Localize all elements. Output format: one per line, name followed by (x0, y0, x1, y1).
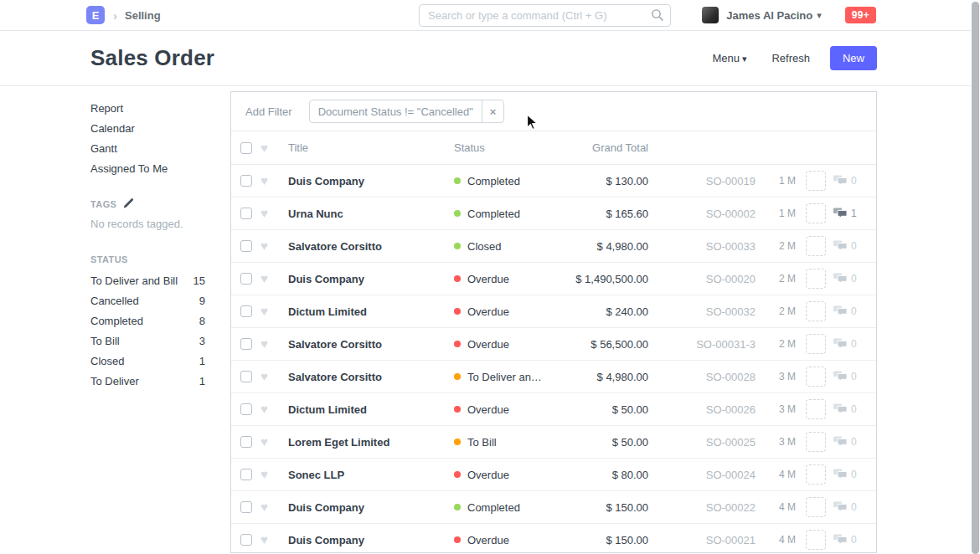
row-document-id[interactable]: SO-00031-3 (648, 338, 756, 351)
table-row[interactable]: ♥ Dictum Limited Overdue $ 50.00 SO-0002… (231, 393, 876, 426)
assign-placeholder[interactable] (806, 464, 826, 485)
row-checkbox[interactable] (240, 175, 252, 187)
new-button[interactable]: New (830, 46, 877, 70)
row-document-id[interactable]: SO-00026 (648, 403, 756, 416)
status-filter-item[interactable]: To Bill 3 (90, 331, 205, 351)
refresh-button[interactable]: Refresh (771, 52, 810, 64)
row-checkbox[interactable] (240, 469, 252, 480)
table-row[interactable]: ♥ Duis Company Overdue $ 150.00 SO-00021… (231, 524, 876, 553)
user-avatar[interactable] (702, 7, 719, 23)
search-input[interactable] (419, 4, 671, 27)
status-filter-item[interactable]: To Deliver and Bill 15 (90, 271, 205, 291)
row-checkbox[interactable] (240, 305, 252, 317)
assign-placeholder[interactable] (806, 399, 826, 419)
heart-icon[interactable]: ♥ (260, 273, 272, 285)
heart-icon[interactable]: ♥ (260, 175, 272, 187)
row-title[interactable]: Dictum Limited (288, 305, 454, 318)
edit-tags-icon[interactable] (123, 197, 134, 210)
row-document-id[interactable]: SO-00028 (648, 371, 756, 383)
table-row[interactable]: ♥ Salvatore Corsitto Closed $ 4,980.00 S… (231, 230, 876, 263)
row-title[interactable]: Duis Company (288, 273, 454, 285)
table-row[interactable]: ♥ Urna Nunc Completed $ 165.60 SO-00002 … (231, 197, 876, 230)
status-filter-item[interactable]: Closed 1 (90, 351, 205, 372)
sidebar-view-link[interactable]: Gantt (90, 139, 205, 159)
table-row[interactable]: ♥ Salvatore Corsitto Overdue $ 56,500.00… (231, 328, 876, 361)
assign-placeholder[interactable] (806, 497, 826, 517)
row-title[interactable]: Duis Company (288, 501, 454, 514)
sidebar-view-link[interactable]: Assigned To Me (90, 159, 205, 179)
row-title[interactable]: Duis Company (288, 534, 454, 546)
heart-icon[interactable]: ♥ (260, 240, 272, 252)
status-filter-item[interactable]: Cancelled 9 (90, 291, 205, 311)
row-title[interactable]: Salvatore Corsitto (288, 338, 454, 351)
row-checkbox[interactable] (240, 208, 252, 219)
assign-placeholder[interactable] (806, 171, 826, 191)
table-row[interactable]: ♥ Dictum Limited Overdue $ 240.00 SO-000… (231, 295, 876, 328)
heart-icon[interactable]: ♥ (260, 208, 272, 219)
row-document-id[interactable]: SO-00022 (648, 501, 756, 514)
notification-badge[interactable]: 99+ (845, 7, 876, 23)
row-checkbox[interactable] (240, 501, 252, 513)
assign-placeholder[interactable] (806, 203, 826, 223)
row-title[interactable]: Sonec LLP (288, 469, 454, 481)
assign-placeholder[interactable] (806, 367, 826, 387)
filter-chip-label[interactable]: Document Status != "Cancelled" (310, 105, 482, 118)
row-document-id[interactable]: SO-00024 (648, 469, 756, 481)
row-title[interactable]: Urna Nunc (288, 208, 454, 220)
row-checkbox[interactable] (240, 403, 252, 415)
table-row[interactable]: ♥ Duis Company Completed $ 150.00 SO-000… (231, 491, 876, 524)
row-title[interactable]: Lorem Eget Limited (288, 436, 454, 449)
status-filter-item[interactable]: To Deliver 1 (90, 372, 205, 392)
row-document-id[interactable]: SO-00002 (648, 208, 756, 220)
heart-icon[interactable]: ♥ (260, 142, 272, 154)
table-row[interactable]: ♥ Salvatore Corsitto To Deliver an… $ 4,… (231, 361, 876, 393)
row-document-id[interactable]: SO-00033 (648, 240, 756, 253)
assign-placeholder[interactable] (806, 236, 826, 256)
table-row[interactable]: ♥ Sonec LLP Overdue $ 80.00 SO-00024 4 M… (231, 459, 876, 491)
heart-icon[interactable]: ♥ (260, 469, 272, 480)
row-document-id[interactable]: SO-00032 (648, 305, 756, 318)
heart-icon[interactable]: ♥ (260, 371, 272, 382)
row-title[interactable]: Salvatore Corsitto (288, 240, 454, 253)
sidebar-view-link[interactable]: Report (90, 99, 205, 119)
assign-placeholder[interactable] (806, 334, 826, 354)
row-checkbox[interactable] (240, 534, 252, 546)
table-row[interactable]: ♥ Duis Company Completed $ 130.00 SO-000… (231, 165, 876, 197)
heart-icon[interactable]: ♥ (260, 305, 272, 317)
row-document-id[interactable]: SO-00019 (648, 175, 756, 187)
menu-button[interactable]: Menu▾ (712, 52, 746, 64)
row-checkbox[interactable] (240, 240, 252, 252)
row-checkbox[interactable] (240, 338, 252, 350)
add-filter-button[interactable]: Add Filter (245, 105, 292, 118)
row-document-id[interactable]: SO-00025 (648, 436, 756, 449)
row-checkbox[interactable] (240, 371, 252, 382)
active-filter-chip[interactable]: Document Status != "Cancelled" × (309, 100, 505, 123)
page-scrollbar[interactable] (971, 0, 980, 554)
row-checkbox[interactable] (240, 273, 252, 285)
user-menu[interactable]: James Al Pacino ▾ 99+ (702, 0, 876, 30)
row-checkbox[interactable] (240, 436, 252, 448)
assign-placeholder[interactable] (806, 530, 826, 550)
row-document-id[interactable]: SO-00020 (648, 273, 756, 285)
row-title[interactable]: Duis Company (288, 175, 454, 187)
row-title[interactable]: Dictum Limited (288, 403, 454, 416)
table-row[interactable]: ♥ Duis Company Overdue $ 1,490,500.00 SO… (231, 263, 876, 295)
sidebar-view-link[interactable]: Calendar (90, 119, 205, 139)
assign-placeholder[interactable] (806, 269, 826, 289)
table-row[interactable]: ♥ Lorem Eget Limited To Bill $ 50.00 SO-… (231, 426, 876, 459)
heart-icon[interactable]: ♥ (260, 436, 272, 448)
row-document-id[interactable]: SO-00021 (648, 534, 756, 546)
heart-icon[interactable]: ♥ (260, 338, 272, 350)
row-title[interactable]: Salvatore Corsitto (288, 371, 454, 383)
heart-icon[interactable]: ♥ (260, 403, 272, 415)
app-logo[interactable]: E (86, 6, 105, 24)
user-name[interactable]: James Al Pacino (726, 9, 812, 22)
breadcrumb[interactable]: Selling (125, 9, 161, 22)
assign-placeholder[interactable] (806, 432, 826, 452)
heart-icon[interactable]: ♥ (260, 534, 272, 546)
assign-placeholder[interactable] (806, 301, 826, 321)
heart-icon[interactable]: ♥ (260, 501, 272, 513)
status-filter-item[interactable]: Completed 8 (90, 311, 205, 331)
select-all-checkbox[interactable] (240, 142, 252, 154)
scrollbar-thumb[interactable] (972, 2, 979, 554)
